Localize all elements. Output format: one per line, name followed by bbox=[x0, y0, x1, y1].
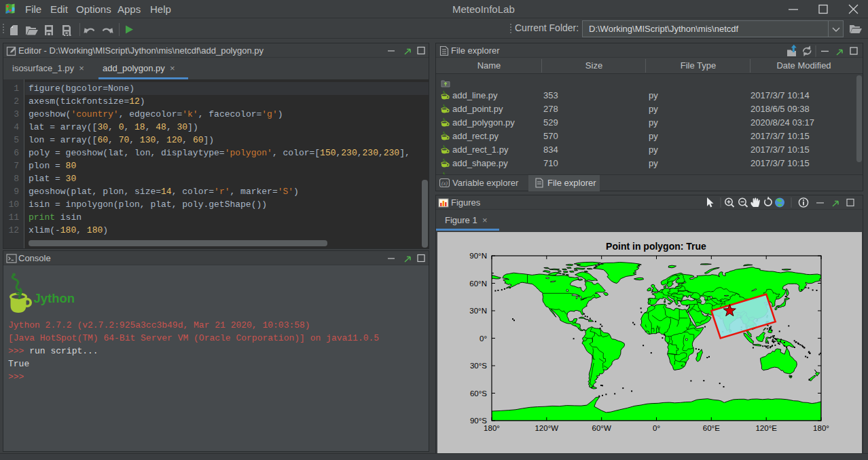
svg-text:60°N: 60°N bbox=[469, 280, 487, 288]
svg-text:180°: 180° bbox=[484, 424, 500, 432]
svg-text:180°: 180° bbox=[813, 424, 829, 432]
svg-text:30°N: 30°N bbox=[469, 307, 487, 315]
svg-text:0°: 0° bbox=[653, 424, 660, 432]
svg-text:60°W: 60°W bbox=[592, 424, 611, 432]
svg-text:Point in polygon: True: Point in polygon: True bbox=[606, 241, 706, 252]
svg-text:0°: 0° bbox=[480, 334, 487, 343]
svg-text:120°W: 120°W bbox=[535, 424, 558, 432]
svg-text:Jython: Jython bbox=[34, 291, 75, 305]
svg-text:120°E: 120°E bbox=[755, 424, 777, 432]
svg-text:60°E: 60°E bbox=[703, 424, 720, 432]
svg-text:90°S: 90°S bbox=[470, 417, 487, 425]
svg-text:90°N: 90°N bbox=[469, 252, 487, 260]
svg-text:(x): (x) bbox=[441, 180, 448, 187]
svg-text:60°S: 60°S bbox=[470, 389, 487, 398]
svg-text:30°S: 30°S bbox=[470, 362, 487, 370]
